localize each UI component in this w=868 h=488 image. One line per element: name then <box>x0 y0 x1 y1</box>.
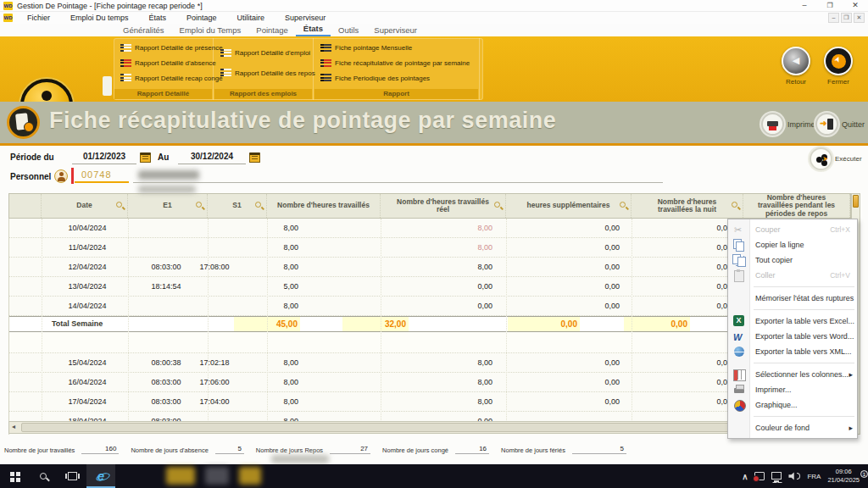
vscroll-thumb[interactable] <box>853 195 859 208</box>
total-value-real: 32,00 <box>342 317 409 331</box>
ribbon-button[interactable]: Rapport Détaillé des repos <box>220 69 313 78</box>
context-menu-item[interactable]: Imprimer... <box>728 382 857 397</box>
period-from-field[interactable]: 01/12/2023 <box>72 152 136 164</box>
ribbon-button-label: Fiche Periodique des pointages <box>335 75 430 82</box>
maximize-button-icon[interactable] <box>817 0 843 12</box>
back-button[interactable]: Retour <box>782 47 810 86</box>
table-row[interactable]: 16/04/202408:03:0017:06:008,008,000,000,… <box>9 373 851 392</box>
table-row[interactable]: 10/04/20248,008,000,000,00 <box>9 219 851 238</box>
tab-2[interactable]: Pointage <box>248 25 296 36</box>
redacted-taskbar-icon[interactable] <box>205 467 229 485</box>
table-row[interactable]: 12/04/202408:03:0017:08:008,008,000,000,… <box>9 258 851 277</box>
tab-0[interactable]: Généralités <box>115 25 172 36</box>
ribbon-button[interactable]: Rapport Détaillé d'emploi <box>220 49 313 58</box>
tab-3[interactable]: États <box>296 24 331 36</box>
column-header[interactable]: S1 <box>208 194 267 218</box>
ribbon-collapse-handle[interactable] <box>103 76 112 96</box>
internet-explorer-button[interactable]: e <box>86 464 115 488</box>
mdi-close-icon[interactable] <box>854 13 865 23</box>
personnel-name-field[interactable] <box>133 169 663 183</box>
context-menu-item[interactable]: Exporter la table vers Word... <box>728 329 857 344</box>
redacted-taskbar-icon[interactable] <box>166 467 195 485</box>
tab-1[interactable]: Emploi du Temps <box>172 25 249 36</box>
cell-e1: 18:14:54 <box>117 277 215 296</box>
table-row[interactable]: 13/04/202418:14:545,000,000,000,00 <box>9 277 851 297</box>
horizontal-scrollbar[interactable] <box>8 421 851 434</box>
clock[interactable]: 09:06 21/04/2025 <box>827 468 860 485</box>
context-menu-item[interactable]: Graphique... <box>728 397 857 413</box>
mdi-minimize-icon[interactable] <box>828 13 839 23</box>
column-header[interactable]: heures supplémentaires <box>506 194 632 218</box>
filter-magnifier-icon[interactable] <box>494 202 503 210</box>
cell-worked: 8,00 <box>214 219 298 237</box>
filter-magnifier-icon[interactable] <box>620 202 628 210</box>
print-button[interactable]: Imprimer <box>761 113 818 136</box>
quit-button[interactable]: Quitter <box>815 113 865 136</box>
menubar-item[interactable]: Emploi Du temps <box>60 14 139 22</box>
menubar-item[interactable]: Utilitaire <box>227 14 275 22</box>
context-menu-item: CouperCtrl+X <box>728 222 857 237</box>
volume-icon[interactable] <box>788 472 800 480</box>
menubar-item[interactable]: Pointage <box>176 14 227 22</box>
shortcut-label: Ctrl+V <box>830 268 850 283</box>
ribbon-button[interactable]: Fiche Periodique des pointages <box>320 74 479 83</box>
ribbon-button[interactable]: Rapport Détaillé de présence <box>120 44 213 53</box>
close-ribbon-button[interactable]: Fermer <box>824 47 853 86</box>
table-total-row[interactable]: Total Semaine45,0032,000,000,00 <box>9 316 851 332</box>
column-header[interactable] <box>9 194 42 218</box>
column-header[interactable]: Nombre d'heures travaillés réel <box>381 194 506 218</box>
menubar-item[interactable]: États <box>139 14 177 22</box>
ribbon-group-items: Fiche pointage MensuelleFiche récapitula… <box>314 38 479 89</box>
menubar-item[interactable]: Fichier <box>17 14 60 22</box>
network-icon[interactable] <box>771 472 782 480</box>
filter-magnifier-icon[interactable] <box>196 202 204 210</box>
filter-magnifier-icon[interactable] <box>255 202 264 210</box>
footer-stat-value: 5 <box>572 445 626 454</box>
context-menu-item[interactable]: Copier la ligne <box>728 237 857 252</box>
minimize-button-icon[interactable] <box>792 0 817 12</box>
tab-4[interactable]: Outils <box>331 25 366 36</box>
column-header[interactable]: Nombre d'heures travaillées la nuit <box>632 194 743 218</box>
language-indicator[interactable]: FRA <box>807 473 821 480</box>
mdi-restore-icon[interactable] <box>841 13 852 23</box>
cell-extra: 0,00 <box>535 219 620 237</box>
column-header[interactable]: Nombre d'heures travaillés <box>267 194 381 218</box>
redacted-taskbar-icon[interactable] <box>239 467 261 485</box>
print-label: Imprimer <box>787 120 818 129</box>
execute-button[interactable]: Exécuter <box>810 147 862 170</box>
table-row[interactable]: 17/04/202408:03:0017:04:008,008,000,000,… <box>9 392 851 412</box>
tray-expand-icon[interactable]: ∧ <box>742 472 748 481</box>
calendar-icon[interactable] <box>249 152 260 163</box>
personnel-code-field[interactable]: 00748 <box>75 168 129 183</box>
menubar-item[interactable]: Superviseur <box>275 14 336 22</box>
context-menu-item[interactable]: Exporter la table vers XML... <box>728 344 857 359</box>
context-menu-item[interactable]: Mémoriser l'état des ruptures <box>728 291 857 306</box>
table-row[interactable]: 14/04/20248,000,000,000,00 <box>9 297 851 316</box>
context-menu-item[interactable]: Tout copier <box>728 252 857 268</box>
ribbon-button[interactable]: Fiche pointage Mensuelle <box>320 44 479 53</box>
action-center-icon[interactable] <box>754 472 765 480</box>
table-row[interactable]: 11/04/20248,008,000,000,00 <box>9 238 851 258</box>
ribbon-button[interactable]: Rapport Détaillé d'absence <box>120 59 213 69</box>
column-header[interactable]: Nombre d'heures travaillées pendant les … <box>743 194 850 218</box>
ribbon-button[interactable]: Fiche récapitulative de pointage par sem… <box>320 59 479 69</box>
filter-magnifier-icon[interactable] <box>732 202 740 210</box>
hscroll-thumb[interactable] <box>21 423 848 432</box>
context-menu-item[interactable]: Couleur de fond <box>728 420 857 435</box>
cell-real: 8,00 <box>408 219 492 237</box>
column-header[interactable]: E1 <box>128 194 208 218</box>
person-icon[interactable] <box>54 169 68 183</box>
context-menu-item[interactable]: Sélectionner les colonnes... <box>728 367 857 382</box>
taskbar-search-button[interactable] <box>29 464 58 488</box>
tab-5[interactable]: Superviseur <box>366 25 425 36</box>
filter-magnifier-icon[interactable] <box>116 202 125 210</box>
calendar-icon[interactable] <box>140 152 151 163</box>
close-button-icon[interactable] <box>843 0 868 12</box>
task-view-button[interactable] <box>58 464 86 488</box>
table-row[interactable]: 15/04/202408:00:3817:02:188,008,000,000,… <box>9 353 851 373</box>
column-header[interactable]: Date <box>42 194 128 218</box>
start-button[interactable] <box>0 464 29 488</box>
context-menu-item[interactable]: Exporter la table vers Excel... <box>728 313 857 329</box>
ribbon-button[interactable]: Rapport Détaillé recap congé <box>120 74 213 83</box>
period-to-field[interactable]: 30/12/2024 <box>178 152 246 164</box>
